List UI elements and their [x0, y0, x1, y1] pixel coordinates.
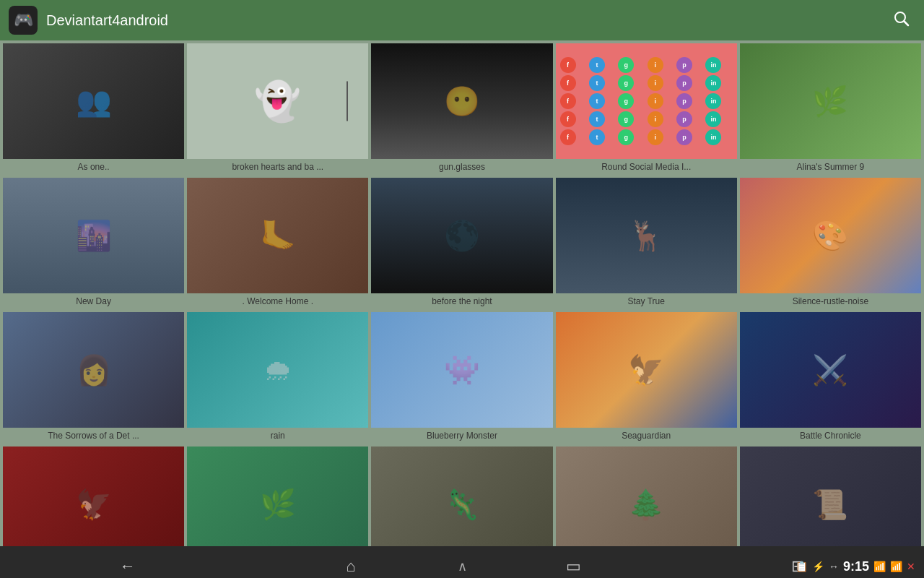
- grid-item-label-9: Stay True: [556, 293, 737, 309]
- grid-item-label-11: The Sorrows of a Det ...: [3, 428, 184, 444]
- grid-item-2[interactable]: 👻 broken hearts and ba ...: [187, 43, 368, 175]
- clock-display: 9:15: [843, 559, 869, 574]
- top-bar: 🎮 Deviantart4android: [0, 0, 924, 40]
- grid-item-9[interactable]: 🦌Stay True: [556, 178, 737, 309]
- notification-icon: 📋: [796, 561, 808, 572]
- grid-item-10[interactable]: 🎨Silence-rustle-noise: [740, 178, 921, 309]
- grid-item-label-2: broken hearts and ba ...: [187, 159, 368, 175]
- grid-item-label-8: before the night: [371, 293, 552, 309]
- grid-item-label-4: Round Social Media I...: [556, 159, 737, 175]
- app-title: Deviantart4android: [46, 12, 886, 29]
- grid-item-20[interactable]: 📜Unrestricted Vintage ...: [740, 447, 921, 546]
- grid-item-19[interactable]: 🌲Nimrods Palais: [556, 447, 737, 546]
- grid-item-6[interactable]: 🌆New Day: [3, 178, 184, 309]
- svg-line-1: [905, 22, 909, 26]
- sync-icon: ↔: [829, 561, 839, 572]
- grid-item-label-14: Seaguardian: [556, 428, 737, 444]
- grid-item-3[interactable]: 😶gun.glasses: [371, 43, 552, 175]
- wifi-icon: 📶: [873, 561, 886, 572]
- grid-item-1[interactable]: 👥As one..: [3, 43, 184, 175]
- status-bar: 📋 ⚡ ↔ 9:15 📶 📶 ✕: [796, 546, 924, 578]
- grid-item-7[interactable]: 🦶. Welcome Home .: [187, 178, 368, 309]
- grid-item-label-6: New Day: [3, 293, 184, 309]
- grid-item-18[interactable]: 🦎Darwinopterus life s ...: [371, 447, 552, 546]
- grid-item-17[interactable]: 🌿Pamela Lillian Isley: [187, 447, 368, 546]
- home-button[interactable]: ⌂: [331, 551, 370, 578]
- grid-item-16[interactable]: 🦅Sacrifice: [3, 447, 184, 546]
- grid-item-label-12: rain: [187, 428, 368, 444]
- grid-item-label-7: . Welcome Home .: [187, 293, 368, 309]
- grid-item-label-13: Blueberry Monster: [371, 428, 552, 444]
- battery-icon: ✕: [907, 561, 915, 572]
- back-button[interactable]: ←: [105, 551, 150, 578]
- artwork-grid: 👥As one.. 👻 broken hearts and ba ...😶gun…: [0, 40, 924, 546]
- grid-item-13[interactable]: 👾Blueberry Monster: [371, 312, 552, 444]
- grid-item-label-1: As one..: [3, 159, 184, 175]
- chevron-up-button[interactable]: ∧: [458, 558, 467, 574]
- recent-button[interactable]: ▭: [552, 551, 596, 578]
- grid-item-label-15: Battle Chronicle: [740, 428, 921, 444]
- usb-icon: ⚡: [812, 561, 824, 572]
- grid-item-label-3: gun.glasses: [371, 159, 552, 175]
- signal-icon: 📶: [890, 561, 902, 572]
- grid-item-8[interactable]: 🌑before the night: [371, 178, 552, 309]
- grid-item-12[interactable]: 🌧rain: [187, 312, 368, 444]
- grid-item-4[interactable]: ftgipinftgipinftgipinftgipinftgipinRound…: [556, 43, 737, 175]
- grid-item-label-5: Alina's Summer 9: [740, 159, 921, 175]
- bottom-bar: ← ⌂ ▭ ⊞ ∧ 📋 ⚡ ↔ 9:15 📶 📶 ✕: [0, 546, 924, 578]
- grid-item-11[interactable]: 👩The Sorrows of a Det ...: [3, 312, 184, 444]
- grid-item-15[interactable]: ⚔️Battle Chronicle: [740, 312, 921, 444]
- grid-item-14[interactable]: 🦅Seaguardian: [556, 312, 737, 444]
- search-button[interactable]: [886, 4, 915, 37]
- grid-item-label-10: Silence-rustle-noise: [740, 293, 921, 309]
- app-logo: 🎮: [9, 6, 38, 35]
- grid-item-5[interactable]: 🌿Alina's Summer 9: [740, 43, 921, 175]
